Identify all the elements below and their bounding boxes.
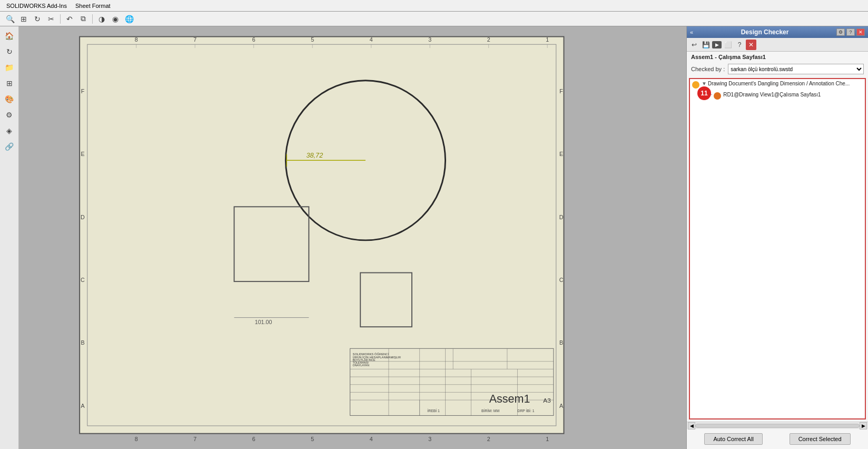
menu-bar: SOLIDWORKS Add-Ins Sheet Format: [0, 0, 868, 12]
error-badge: 11: [697, 86, 711, 100]
left-sidebar: 🏠 ↻ 📁 ⊞ 🎨 ⚙ ◈ 🔗: [0, 26, 19, 449]
auto-correct-all-button[interactable]: Auto Correct All: [704, 433, 762, 445]
svg-text:BİRİM: MM: BİRİM: MM: [481, 408, 499, 413]
panel-expand-btn[interactable]: ⬜: [723, 40, 733, 50]
panel-save-btn[interactable]: 💾: [701, 40, 711, 50]
view-icon[interactable]: ◉: [110, 13, 121, 25]
svg-text:A: A: [559, 403, 564, 409]
panel-settings-btn[interactable]: ⚙: [836, 28, 845, 36]
svg-text:İREBİ 1: İREBİ 1: [427, 408, 440, 413]
svg-text:A3: A3: [543, 397, 550, 404]
search-icon[interactable]: 🔍: [4, 13, 16, 25]
svg-text:6: 6: [252, 36, 255, 43]
display-icon[interactable]: ◑: [96, 13, 107, 25]
tree-expand-icon[interactable]: ▼: [702, 81, 707, 86]
toolbar-sep1: [60, 14, 61, 24]
panel-tree[interactable]: ▼ Drawing Document's Dangling Dimension …: [689, 78, 866, 419]
panel-controls: ⚙ ? ✕: [836, 28, 865, 36]
scroll-right-btn[interactable]: ▶: [860, 422, 867, 430]
svg-text:3: 3: [428, 36, 431, 43]
svg-text:5: 5: [311, 36, 314, 43]
svg-text:E: E: [559, 151, 563, 157]
tree-icon-yellow: [692, 81, 699, 89]
checked-by-label: Checked by :: [691, 66, 725, 72]
menu-solidworks-addins[interactable]: SOLIDWORKS Add-Ins: [2, 2, 71, 10]
svg-text:D: D: [559, 214, 564, 220]
checked-by-row: Checked by : sarkan ölçü kontrolü.swstd: [687, 62, 868, 76]
sidebar-refresh-icon[interactable]: ↻: [2, 44, 17, 59]
svg-text:DRP İBİ: 1: DRP İBİ: 1: [517, 408, 534, 413]
copy-icon[interactable]: ⧉: [77, 13, 89, 25]
svg-text:D: D: [81, 214, 85, 220]
tree-item-dangling[interactable]: ▼ Drawing Document's Dangling Dimension …: [690, 79, 865, 90]
main-area: 🏠 ↻ 📁 ⊞ 🎨 ⚙ ◈ 🔗 8 7 6 5 4 3 2 1 8: [0, 26, 868, 449]
panel-scrollbar[interactable]: ◀ ▶: [687, 422, 868, 429]
sidebar-appearance-icon[interactable]: ◈: [2, 123, 17, 138]
main-toolbar: 🔍 ⊞ ↻ ✂ ↶ ⧉ ◑ ◉ 🌐: [0, 12, 868, 26]
sidebar-settings-icon[interactable]: ⚙: [2, 108, 17, 122]
scrollbar-track[interactable]: [695, 424, 860, 428]
panel-collapse-btn[interactable]: «: [690, 29, 693, 35]
grid-icon[interactable]: ⊞: [18, 13, 29, 25]
svg-text:E: E: [81, 151, 84, 157]
tree-item-text: Drawing Document's Dangling Dimension / …: [708, 81, 850, 86]
svg-text:7: 7: [193, 436, 196, 442]
sidebar-folder-icon[interactable]: 📁: [2, 60, 17, 75]
svg-text:2: 2: [487, 436, 490, 442]
svg-text:6: 6: [252, 436, 255, 442]
svg-text:7: 7: [193, 36, 196, 43]
tree-icon-orange: [714, 92, 721, 100]
menu-sheet-format[interactable]: Sheet Format: [71, 2, 115, 10]
panel-action-buttons: Auto Correct All Correct Selected: [687, 429, 868, 449]
undo-icon[interactable]: ↶: [64, 13, 75, 25]
canvas-area[interactable]: 8 7 6 5 4 3 2 1 8 7 6 5 4 3 2 1 F E D C …: [19, 26, 686, 449]
svg-text:3: 3: [428, 436, 431, 442]
panel-title: Design Checker: [741, 28, 789, 36]
sidebar-link-icon[interactable]: 🔗: [2, 139, 17, 154]
help-icon[interactable]: 🌐: [123, 13, 135, 25]
design-checker-panel: « Design Checker ⚙ ? ✕ ↩ 💾 ▶ ⬜ ? ✕ Assem…: [686, 26, 868, 449]
svg-text:1: 1: [546, 36, 549, 43]
panel-document-title: Assem1 - Çalışma Sayfası1: [687, 52, 868, 62]
trim-icon[interactable]: ✂: [45, 13, 57, 25]
svg-text:C: C: [81, 277, 85, 283]
svg-text:38,72: 38,72: [306, 151, 323, 159]
checked-by-select[interactable]: sarkan ölçü kontrolü.swstd: [728, 64, 864, 74]
panel-close2-btn[interactable]: ✕: [746, 40, 756, 50]
svg-text:A: A: [81, 403, 85, 409]
toolbar-sep2: [92, 14, 93, 24]
panel-close-btn[interactable]: ✕: [856, 28, 865, 36]
panel-toolbar: ↩ 💾 ▶ ⬜ ? ✕: [687, 38, 868, 52]
svg-text:Assem1: Assem1: [489, 393, 530, 405]
panel-help2-btn[interactable]: ?: [734, 40, 745, 50]
panel-back-btn[interactable]: ↩: [689, 40, 699, 50]
sidebar-palette-icon[interactable]: 🎨: [2, 92, 17, 106]
panel-run-btn[interactable]: ▶: [712, 41, 722, 48]
svg-text:5: 5: [311, 436, 314, 442]
svg-text:B: B: [559, 339, 563, 346]
svg-text:C: C: [559, 277, 564, 283]
sidebar-component-icon[interactable]: ⊞: [2, 76, 17, 91]
svg-text:4: 4: [370, 36, 373, 43]
correct-selected-button[interactable]: Correct Selected: [790, 433, 851, 445]
svg-text:8: 8: [135, 436, 138, 442]
svg-text:F: F: [559, 88, 563, 94]
svg-text:ONAYLAYAN: ONAYLAYAN: [353, 364, 370, 367]
svg-text:8: 8: [135, 36, 138, 43]
svg-text:101.00: 101.00: [255, 319, 272, 325]
panel-titlebar: « Design Checker ⚙ ? ✕: [687, 26, 868, 38]
panel-help-btn[interactable]: ?: [846, 28, 855, 36]
svg-text:B: B: [81, 339, 84, 346]
tree-subitem-rd1[interactable]: ├─ RD1@Drawing View1@Çalısma Sayfası1: [690, 90, 865, 101]
sidebar-home-icon[interactable]: 🏠: [2, 28, 17, 43]
svg-text:1: 1: [546, 436, 549, 442]
svg-text:F: F: [81, 88, 85, 94]
svg-text:4: 4: [370, 436, 373, 442]
tree-subitem-text: RD1@Drawing View1@Çalısma Sayfası1: [723, 92, 821, 97]
rotate-icon[interactable]: ↻: [32, 13, 43, 25]
svg-text:2: 2: [487, 36, 490, 43]
scroll-left-btn[interactable]: ◀: [688, 422, 695, 430]
